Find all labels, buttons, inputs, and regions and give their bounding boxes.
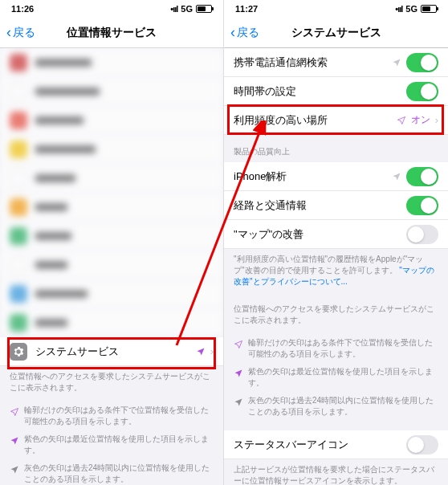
- system-services-row[interactable]: システムサービス ›: [0, 337, 223, 366]
- cell-improve-maps[interactable]: "マップ"の改善: [224, 220, 448, 249]
- legend-item: 紫色の矢印は最近位置情報を使用した項目を示します。: [0, 430, 223, 459]
- status-bar: 11:27 •ııl 5G: [224, 0, 448, 18]
- cell-label: システムサービス: [35, 344, 196, 359]
- page-title: システムサービス: [291, 26, 381, 40]
- location-arrow-gray-icon: [392, 58, 401, 67]
- signal-icon: •ııl: [170, 4, 177, 14]
- cell-network-search[interactable]: 携帯電話通信網検索: [224, 48, 448, 77]
- status-bar: 11:26 •ııl 5G: [0, 0, 223, 18]
- chevron-right-icon: ›: [435, 114, 438, 126]
- location-arrow-outline-icon: [397, 116, 406, 125]
- cell-iphone-analytics[interactable]: iPhone解析: [224, 162, 448, 191]
- legend-item: 灰色の矢印は過去24時間以内に位置情報を使用したことのある項目を示します。: [224, 392, 448, 421]
- screen-system-services: 11:27 •ııl 5G ‹ 戻る システムサービス 携帯電話通信網検索: [224, 0, 448, 485]
- back-label: 戻る: [13, 26, 35, 40]
- legend-item: 紫色の矢印は最近位置情報を使用した項目を示します。: [224, 363, 448, 392]
- section-header: 製品の品質向上: [224, 135, 448, 162]
- section-footer: 位置情報へのアクセスを要求したシステムサービスがここに表示されます。: [0, 366, 223, 401]
- location-arrow-gray-icon: [234, 396, 243, 406]
- back-button[interactable]: ‹ 戻る: [224, 24, 259, 41]
- status-time: 11:27: [235, 4, 258, 14]
- nav-header: ‹ 戻る システムサービス: [224, 18, 448, 48]
- cell-label: 時間帯の設定: [234, 84, 406, 99]
- screen-location-services: 11:26 •ııl 5G ‹ 戻る 位置情報サービス: [0, 0, 224, 485]
- chevron-left-icon: ‹: [230, 24, 235, 41]
- section-footer: 上記サービスが位置情報を要求した場合にステータスバーに位置情報サービスアイコンを…: [224, 459, 448, 485]
- legend-item: 灰色の矢印は過去24時間以内に位置情報を使用したことのある項目を示します。: [0, 459, 223, 485]
- location-arrow-outline-icon: [10, 406, 19, 415]
- network-label: 5G: [181, 4, 193, 14]
- cell-label: "マップ"の改善: [234, 227, 406, 242]
- toggle-switch[interactable]: [406, 53, 438, 72]
- cell-significant-locations[interactable]: 利用頻度の高い場所 オン ›: [224, 106, 448, 135]
- app-list-blurred: [0, 48, 223, 337]
- toggle-switch[interactable]: [406, 82, 438, 101]
- cell-statusbar-icon[interactable]: ステータスバーアイコン: [224, 430, 448, 459]
- toggle-switch[interactable]: [406, 196, 438, 215]
- location-arrow-icon: [196, 347, 206, 357]
- toggle-switch[interactable]: [406, 435, 438, 454]
- toggle-switch[interactable]: [406, 225, 438, 244]
- cell-label: iPhone解析: [234, 169, 392, 184]
- location-arrow-gray-icon: [392, 172, 401, 181]
- toggle-switch[interactable]: [406, 167, 438, 186]
- section-footer: 位置情報へのアクセスを要求したシステムサービスがここに表示されます。: [224, 295, 448, 334]
- back-label: 戻る: [237, 26, 259, 40]
- gear-icon: [10, 343, 27, 361]
- battery-icon: [421, 5, 437, 13]
- battery-icon: [196, 5, 212, 13]
- cell-routing-traffic[interactable]: 経路と交通情報: [224, 191, 448, 220]
- back-button[interactable]: ‹ 戻る: [0, 24, 35, 41]
- cell-label: 携帯電話通信網検索: [234, 55, 392, 70]
- section-footer: "利用頻度の高い位置情報"の履歴情報をAppleが"マップ"改善の目的で使用する…: [224, 249, 448, 295]
- cell-label: 経路と交通情報: [234, 198, 406, 213]
- legend-item: 輪郭だけの矢印はある条件下で位置情報を受信した可能性のある項目を示します。: [224, 334, 448, 363]
- location-arrow-purple-icon: [10, 434, 19, 444]
- chevron-left-icon: ‹: [6, 24, 11, 41]
- cell-label: ステータスバーアイコン: [234, 438, 406, 452]
- location-arrow-gray-icon: [10, 463, 19, 473]
- location-arrow-outline-icon: [234, 338, 243, 348]
- nav-header: ‹ 戻る 位置情報サービス: [0, 18, 223, 48]
- chevron-right-icon: ›: [210, 345, 214, 357]
- cell-value: オン: [411, 113, 430, 127]
- cell-timezone[interactable]: 時間帯の設定: [224, 77, 448, 106]
- page-title: 位置情報サービス: [67, 26, 157, 40]
- status-time: 11:26: [11, 4, 34, 14]
- signal-icon: •ııl: [395, 4, 402, 14]
- location-arrow-purple-icon: [234, 367, 243, 377]
- cell-label: 利用頻度の高い場所: [234, 113, 397, 128]
- network-label: 5G: [405, 4, 417, 14]
- legend-item: 輪郭だけの矢印はある条件下で位置情報を受信した可能性のある項目を示します。: [0, 401, 223, 430]
